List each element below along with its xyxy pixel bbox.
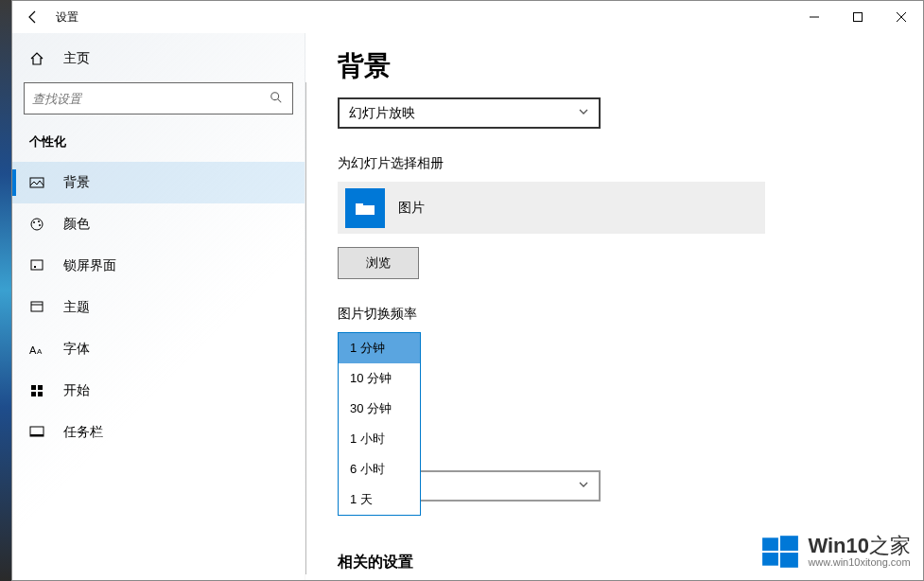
nav-background[interactable]: 背景: [12, 162, 305, 203]
svg-text:A: A: [37, 347, 43, 356]
nav-start[interactable]: 开始: [12, 370, 305, 412]
interval-option[interactable]: 1 小时: [339, 424, 420, 454]
settings-window: 设置 主页: [11, 0, 924, 581]
interval-option[interactable]: 1 天: [339, 484, 420, 515]
svg-point-10: [39, 224, 41, 226]
nav-label: 锁屏界面: [63, 257, 116, 274]
lockscreen-icon: [29, 258, 48, 273]
window-title: 设置: [56, 9, 78, 26]
interval-dropdown-list: 1 分钟 10 分钟 30 分钟 1 小时 6 小时 1 天: [338, 332, 421, 516]
interval-option[interactable]: 30 分钟: [339, 394, 420, 424]
svg-rect-17: [31, 385, 36, 390]
nav-label: 颜色: [63, 216, 90, 233]
picture-icon: [29, 175, 48, 190]
chevron-down-icon: [578, 106, 589, 120]
minimize-button[interactable]: [793, 3, 836, 31]
start-icon: [29, 383, 48, 398]
win10-logo-icon: [760, 532, 800, 572]
nav-fonts[interactable]: AA 字体: [12, 328, 305, 370]
album-selection[interactable]: 图片: [338, 182, 765, 234]
browse-label: 浏览: [366, 255, 391, 272]
home-link[interactable]: 主页: [12, 39, 305, 79]
interval-option[interactable]: 6 小时: [339, 454, 420, 484]
interval-option[interactable]: 10 分钟: [339, 363, 420, 394]
palette-icon: [29, 217, 48, 232]
nav-lockscreen[interactable]: 锁屏界面: [12, 245, 305, 287]
svg-line-5: [278, 98, 282, 102]
interval-option[interactable]: 1 分钟: [339, 333, 420, 363]
scroll-indicator[interactable]: [305, 82, 306, 574]
album-name: 图片: [398, 200, 425, 217]
nav-taskbar[interactable]: 任务栏: [12, 412, 305, 453]
dropdown-value: 幻灯片放映: [349, 105, 415, 122]
home-label: 主页: [63, 50, 90, 67]
taskbar-icon: [29, 425, 48, 440]
svg-rect-12: [34, 266, 36, 268]
nav-colors[interactable]: 颜色: [12, 203, 305, 245]
back-button[interactable]: [18, 2, 48, 32]
browse-button[interactable]: 浏览: [338, 247, 419, 279]
section-label: 个性化: [12, 128, 305, 162]
nav-label: 主题: [63, 299, 90, 316]
font-icon: AA: [29, 342, 48, 357]
svg-rect-19: [31, 392, 36, 396]
background-mode-dropdown[interactable]: 幻灯片放映: [338, 97, 601, 129]
window-controls: [793, 3, 923, 31]
sidebar: 主页 个性化 背景 颜色: [12, 33, 305, 580]
search-icon: [270, 91, 285, 107]
nav-label: 开始: [63, 382, 90, 399]
chevron-down-icon: [578, 479, 589, 493]
svg-rect-20: [38, 392, 43, 396]
titlebar: 设置: [12, 1, 923, 33]
nav-label: 背景: [63, 174, 90, 191]
watermark-suffix: 之家: [869, 534, 911, 557]
svg-rect-23: [356, 205, 375, 215]
maximize-button[interactable]: [836, 3, 880, 31]
nav-label: 任务栏: [63, 424, 103, 441]
page-heading: 背景: [338, 48, 923, 84]
svg-point-7: [31, 219, 43, 230]
svg-point-9: [38, 220, 40, 222]
svg-rect-11: [31, 260, 43, 270]
svg-rect-13: [31, 302, 43, 311]
album-label: 为幻灯片选择相册: [338, 155, 923, 172]
search-input[interactable]: [32, 92, 270, 106]
content-area: 背景 幻灯片放映 为幻灯片选择相册 图片 浏览 图片切换频率: [305, 33, 923, 580]
svg-point-8: [33, 221, 35, 223]
svg-rect-1: [854, 13, 863, 22]
svg-rect-25: [763, 537, 779, 551]
svg-rect-22: [30, 434, 44, 436]
desktop-strip: [0, 0, 11, 581]
svg-rect-28: [780, 553, 798, 568]
svg-text:A: A: [29, 344, 37, 356]
search-box[interactable]: [24, 82, 293, 114]
home-icon: [29, 51, 48, 66]
nav-label: 字体: [63, 341, 90, 358]
watermark-url: www.win10xitong.com: [808, 556, 911, 568]
svg-rect-26: [780, 536, 798, 551]
svg-point-4: [271, 92, 279, 99]
interval-label: 图片切换频率: [338, 306, 923, 323]
watermark: Win10之家 www.win10xitong.com: [760, 532, 911, 572]
nav-themes[interactable]: 主题: [12, 287, 305, 328]
folder-thumb: [345, 188, 385, 228]
watermark-brand: Win10: [808, 534, 869, 557]
svg-rect-27: [763, 553, 779, 566]
theme-icon: [29, 300, 48, 315]
svg-rect-18: [38, 385, 43, 390]
close-button[interactable]: [880, 3, 923, 31]
svg-rect-24: [356, 203, 363, 206]
related-settings-heading: 相关的设置: [338, 553, 413, 572]
